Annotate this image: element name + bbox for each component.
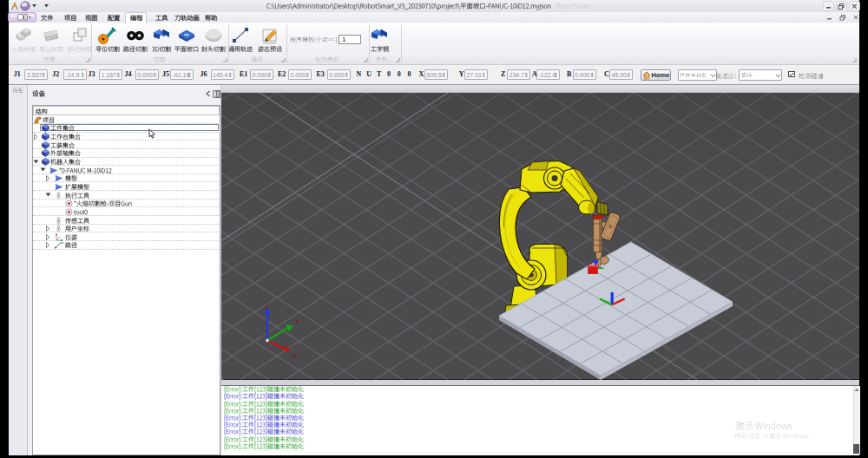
svg-text:Z: Z	[265, 304, 269, 311]
svg-text:X: X	[293, 353, 297, 359]
svg-text:Y: Y	[295, 318, 299, 324]
